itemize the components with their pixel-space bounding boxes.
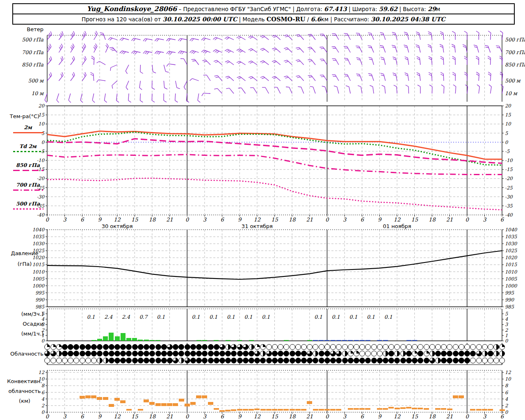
wind-barb-feather <box>429 85 432 87</box>
wind-barb-feather <box>286 87 289 87</box>
wind-barb-feather <box>405 59 408 60</box>
wind-barb <box>126 81 129 87</box>
convective-cloud-bar <box>225 410 231 411</box>
hour-label: 18 <box>429 217 436 223</box>
wind-barb-feather <box>441 58 443 60</box>
wind-barb <box>299 75 304 81</box>
wind-barb <box>488 46 491 52</box>
wind-barb-feather <box>368 73 372 74</box>
wind-barb-feather <box>112 50 115 51</box>
wind-barb-feather <box>61 33 62 36</box>
wind-barb-feather <box>368 48 372 48</box>
cloud-cover-symbol <box>132 344 138 350</box>
hour-label: 6 <box>220 217 224 223</box>
wind-barb <box>499 46 502 52</box>
wind-barb <box>323 47 327 52</box>
wind-barb <box>240 76 245 81</box>
cloud-cover-symbol <box>103 358 109 363</box>
wind-barb <box>184 81 187 87</box>
wind-barb-feather <box>184 87 186 90</box>
precip-rate1h-label: (мм/1ч.) <box>5 331 43 337</box>
wind-barb-feather <box>73 44 74 47</box>
wind-barb-feather <box>429 57 431 58</box>
wind-barb <box>47 59 52 65</box>
wind-barb-feather <box>417 74 420 75</box>
convective-cloud-bar <box>85 395 91 398</box>
convective-cloud-bar <box>149 402 155 405</box>
pressure-label: Давление <box>3 250 46 256</box>
wind-barb-feather <box>356 33 359 34</box>
convective-cloud-bar <box>179 399 184 402</box>
wind-barb-feather <box>345 60 348 60</box>
cloud-cover-symbol <box>208 344 214 350</box>
hour-label: 3 <box>343 217 347 223</box>
wind-barb-feather <box>393 57 396 58</box>
wind-barb-feather <box>260 76 263 78</box>
wind-barb <box>371 33 374 40</box>
wind-barb-feather <box>83 45 85 48</box>
precip-3h-amount: 0.1 <box>87 314 95 320</box>
hour-label: 21 <box>446 217 453 223</box>
precip-3h-amount: 0.1 <box>192 314 200 320</box>
wind-barb-feather <box>145 39 147 41</box>
wind-barb-feather <box>202 60 205 61</box>
cloud-cover-symbol <box>424 351 429 356</box>
wind-barb <box>94 58 94 65</box>
wind-barb-feather <box>110 68 111 71</box>
convective-cloud-bar <box>114 398 120 401</box>
wind-barb <box>311 34 315 40</box>
wind-barb-feather <box>84 74 85 77</box>
temp-ytick-right: 10 <box>505 121 511 127</box>
wind-barb-feather <box>128 100 131 102</box>
wind-barb <box>263 48 269 52</box>
rain-bar <box>121 333 126 341</box>
wind-barb-feather <box>453 85 456 87</box>
wind-barb-feather <box>452 72 455 74</box>
wind-barb <box>112 81 117 85</box>
wind-barb-feather <box>123 52 126 54</box>
wind-barb-feather <box>297 77 300 78</box>
wind-barb-feather <box>226 76 229 78</box>
wind-barb <box>407 46 409 52</box>
wind-barb <box>126 65 129 71</box>
cloud-cover-symbol <box>50 351 56 356</box>
hour-label-bottom: 15 <box>411 413 418 420</box>
cloud-cover-symbol <box>342 344 348 350</box>
wind-barb <box>373 87 374 94</box>
wind-barb <box>45 94 47 100</box>
hour-label-bottom: 6 <box>80 413 84 420</box>
hour-label: 9 <box>378 217 382 223</box>
wind-barb-feather <box>191 59 194 59</box>
wind-barb-feather <box>147 52 149 54</box>
pressure-ytick-right: 1040 <box>505 227 518 233</box>
wind-barb-feather <box>358 86 361 87</box>
hour-label: 9 <box>238 217 242 223</box>
wind-barb-feather <box>357 75 360 76</box>
cloud-cover-symbol <box>319 344 324 350</box>
wind-barb-feather <box>85 72 86 75</box>
header-segment-sep: | <box>397 6 403 12</box>
convective-cloud-bar <box>272 409 277 411</box>
wind-barb-feather <box>500 72 502 74</box>
wind-barb-feather <box>417 73 420 74</box>
wind-barb-feather <box>50 44 51 47</box>
wind-barb-feather <box>91 56 94 58</box>
wind-barb <box>491 58 491 65</box>
pressure-ytick-left: 1010 <box>32 269 45 275</box>
wind-barb-feather <box>416 32 419 33</box>
hour-label-bottom: 6 <box>361 413 365 420</box>
cloud-cover-symbol <box>185 344 190 350</box>
convective-cloud-bar <box>470 409 475 411</box>
wind-barb <box>71 59 75 65</box>
pressure-ytick-right: 1020 <box>505 255 518 260</box>
wind-barb-feather <box>297 36 301 37</box>
wind-barb-feather <box>308 47 311 48</box>
wind-barb-feather <box>192 61 196 61</box>
rain-bar <box>97 339 102 341</box>
convective-cloud-bar <box>260 409 266 411</box>
precip-ytick-right: 5 <box>505 311 508 317</box>
wind-barb <box>175 94 176 100</box>
cloud-cover-symbol <box>80 351 85 356</box>
cloud-cover-symbol <box>290 344 295 350</box>
wind-barb <box>301 87 304 94</box>
